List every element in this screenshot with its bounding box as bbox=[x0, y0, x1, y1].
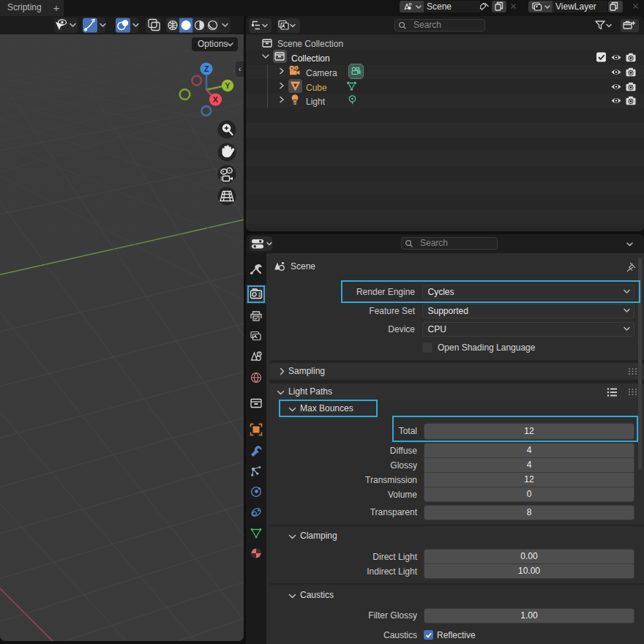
svg-text:X: X bbox=[213, 95, 219, 104]
svg-text:Z: Z bbox=[204, 64, 209, 73]
svg-text:Y: Y bbox=[225, 81, 231, 90]
